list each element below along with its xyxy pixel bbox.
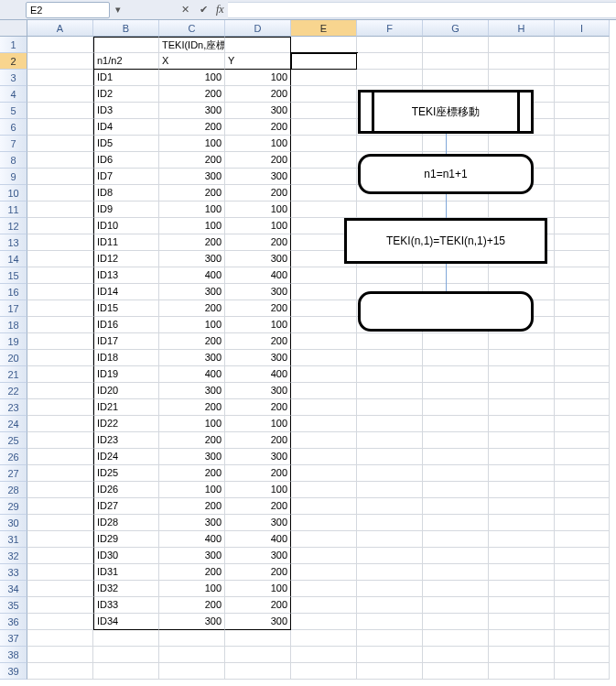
- cell[interactable]: ID26: [93, 482, 159, 498]
- cell[interactable]: 300: [159, 383, 225, 399]
- row-header[interactable]: 36: [0, 614, 27, 630]
- formula-input[interactable]: [228, 2, 616, 18]
- cell[interactable]: [489, 416, 555, 432]
- cell[interactable]: 200: [159, 498, 225, 515]
- cell[interactable]: [489, 350, 555, 366]
- cell[interactable]: 200: [159, 234, 225, 251]
- cell[interactable]: [357, 630, 423, 647]
- cell[interactable]: [27, 581, 93, 597]
- cell[interactable]: [225, 630, 291, 647]
- cell[interactable]: [357, 432, 423, 449]
- cell[interactable]: [489, 548, 555, 564]
- cell[interactable]: [291, 597, 357, 614]
- cell[interactable]: 300: [225, 548, 291, 564]
- cell[interactable]: [489, 614, 555, 630]
- cell[interactable]: ID12: [93, 251, 159, 267]
- cell[interactable]: [555, 432, 610, 449]
- cell[interactable]: 400: [225, 366, 291, 383]
- cell[interactable]: [291, 119, 357, 136]
- cell[interactable]: [27, 383, 93, 399]
- cell[interactable]: [27, 86, 93, 103]
- cell[interactable]: ID5: [93, 136, 159, 152]
- cell[interactable]: [27, 251, 93, 267]
- cell[interactable]: [357, 333, 423, 350]
- cell[interactable]: [225, 37, 291, 53]
- cell[interactable]: [27, 53, 93, 70]
- cell[interactable]: [93, 663, 159, 680]
- cell[interactable]: [357, 647, 423, 663]
- cell[interactable]: ID24: [93, 449, 159, 465]
- cell[interactable]: [555, 284, 610, 300]
- cell[interactable]: 200: [159, 300, 225, 317]
- cell[interactable]: 200: [159, 465, 225, 482]
- cell[interactable]: [489, 515, 555, 531]
- cell[interactable]: ID14: [93, 284, 159, 300]
- name-box-dropdown-icon[interactable]: ▾: [112, 4, 124, 16]
- cell[interactable]: [555, 482, 610, 498]
- cell[interactable]: [27, 37, 93, 53]
- cell[interactable]: [357, 416, 423, 432]
- cell[interactable]: [489, 366, 555, 383]
- cell[interactable]: 200: [225, 234, 291, 251]
- cell[interactable]: [423, 597, 489, 614]
- cell[interactable]: [489, 581, 555, 597]
- cell[interactable]: 300: [159, 251, 225, 267]
- cell[interactable]: 200: [159, 432, 225, 449]
- cell[interactable]: [555, 37, 610, 53]
- row-header[interactable]: 10: [0, 185, 27, 201]
- cell[interactable]: [489, 663, 555, 680]
- row-header[interactable]: 39: [0, 663, 27, 680]
- cell[interactable]: [423, 581, 489, 597]
- cell[interactable]: 300: [225, 614, 291, 630]
- cell[interactable]: [27, 498, 93, 515]
- cell[interactable]: ID11: [93, 234, 159, 251]
- cell[interactable]: TEKI(IDn,座標): [159, 37, 225, 53]
- cell[interactable]: 100: [159, 70, 225, 86]
- cell[interactable]: [555, 300, 610, 317]
- cell[interactable]: 100: [225, 70, 291, 86]
- cell[interactable]: [27, 103, 93, 119]
- cell[interactable]: [27, 399, 93, 416]
- row-header[interactable]: 23: [0, 399, 27, 416]
- cell[interactable]: 200: [225, 564, 291, 581]
- cell[interactable]: [555, 597, 610, 614]
- cell[interactable]: [225, 663, 291, 680]
- cell[interactable]: [489, 630, 555, 647]
- cell[interactable]: [27, 647, 93, 663]
- cell[interactable]: [27, 136, 93, 152]
- cell[interactable]: 200: [159, 597, 225, 614]
- column-header[interactable]: E: [291, 20, 357, 37]
- cell[interactable]: [291, 482, 357, 498]
- cancel-icon[interactable]: ✕: [176, 4, 194, 16]
- cell[interactable]: [291, 86, 357, 103]
- row-header[interactable]: 24: [0, 416, 27, 432]
- cell[interactable]: n1/n2: [93, 53, 159, 70]
- cell[interactable]: [27, 317, 93, 333]
- cell[interactable]: [291, 515, 357, 531]
- cell[interactable]: [423, 416, 489, 432]
- cell[interactable]: [555, 267, 610, 284]
- cell[interactable]: [489, 531, 555, 548]
- cell[interactable]: [555, 647, 610, 663]
- row-header[interactable]: 16: [0, 284, 27, 300]
- cell[interactable]: [291, 663, 357, 680]
- cell[interactable]: [489, 53, 555, 70]
- cell[interactable]: [357, 597, 423, 614]
- select-all-corner[interactable]: [0, 20, 27, 37]
- cell[interactable]: [357, 366, 423, 383]
- row-header[interactable]: 14: [0, 251, 27, 267]
- row-header[interactable]: 3: [0, 70, 27, 86]
- cell[interactable]: [489, 201, 555, 218]
- cell[interactable]: 200: [159, 333, 225, 350]
- cell[interactable]: [555, 317, 610, 333]
- cell[interactable]: [423, 201, 489, 218]
- cell[interactable]: 400: [159, 531, 225, 548]
- flow-shape-terminator[interactable]: [358, 291, 534, 332]
- cell[interactable]: [423, 383, 489, 399]
- cell[interactable]: [291, 37, 357, 53]
- cell[interactable]: 100: [159, 317, 225, 333]
- cell[interactable]: [423, 267, 489, 284]
- cell[interactable]: [27, 350, 93, 366]
- cell[interactable]: ID32: [93, 581, 159, 597]
- cell[interactable]: ID22: [93, 416, 159, 432]
